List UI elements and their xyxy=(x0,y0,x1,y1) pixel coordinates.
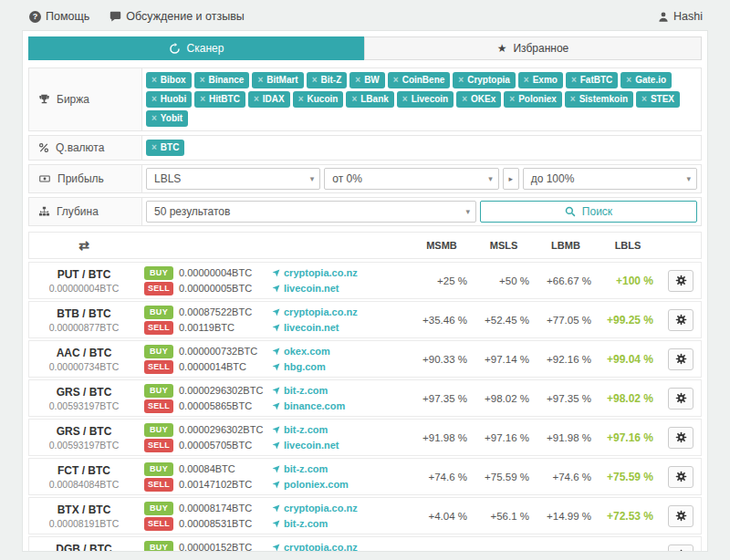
sell-exchange-link[interactable]: livecoin.net xyxy=(272,281,409,296)
exchange-tag[interactable]: ×CoinBene xyxy=(388,72,451,88)
tag-remove-icon[interactable]: × xyxy=(402,94,408,105)
exchange-tag-label: Bit-Z xyxy=(321,75,342,86)
sell-exchange-link[interactable]: binance.com xyxy=(272,399,409,414)
tab-scanner[interactable]: Сканер xyxy=(28,36,364,60)
depth-results-select[interactable]: 50 результатов ▾ xyxy=(146,201,476,223)
buy-price: 0.00087522BTC xyxy=(179,305,272,320)
profit-to-select[interactable]: до 100% ▾ xyxy=(523,168,697,190)
currency-tag[interactable]: ×BTC xyxy=(146,140,184,156)
buy-exchange-link[interactable]: bit-z.com xyxy=(272,461,409,477)
sell-exchange-link[interactable]: livecoin.net xyxy=(272,320,409,336)
tag-remove-icon[interactable]: × xyxy=(641,94,647,105)
exchange-tag-label: OKEx xyxy=(471,94,495,105)
exchange-tag[interactable]: ×LBank xyxy=(346,91,393,108)
buy-exchange-link[interactable]: cryptopia.co.nz xyxy=(272,540,409,553)
exchange-tag[interactable]: ×Cryptopia xyxy=(453,72,516,88)
row-settings-button[interactable] xyxy=(668,309,694,331)
tag-remove-icon[interactable]: × xyxy=(570,94,576,105)
profit-metric-select[interactable]: LBLS ▾ xyxy=(146,168,320,190)
table-row: GRS / BTC 0.00593197BTC BUY SELL 0.00002… xyxy=(28,379,702,417)
search-button[interactable]: Поиск xyxy=(480,201,697,223)
row-settings-button[interactable] xyxy=(668,388,694,410)
range-link-button[interactable]: ▸ xyxy=(503,168,519,190)
tag-remove-icon[interactable]: × xyxy=(151,75,157,86)
tab-favorites[interactable]: ★ Избранное xyxy=(364,36,702,60)
pair-price: 0.00000734BTC xyxy=(29,361,139,372)
sell-price: 0.00008531BTC xyxy=(179,516,272,532)
exchange-tag[interactable]: ×FatBTC xyxy=(566,72,618,88)
row-settings-button[interactable] xyxy=(668,348,694,370)
row-settings-button[interactable] xyxy=(668,427,694,449)
exchange-tag[interactable]: ×Kucoin xyxy=(293,91,344,108)
sell-exchange-name: hbg.com xyxy=(284,359,326,375)
buy-exchange-link[interactable]: okex.com xyxy=(272,344,409,359)
search-button-label: Поиск xyxy=(582,205,612,218)
tag-remove-icon[interactable]: × xyxy=(355,75,360,86)
exchange-tag[interactable]: ×Bit-Z xyxy=(307,72,348,88)
exchange-tag[interactable]: ×STEX xyxy=(636,91,680,108)
exchange-tag[interactable]: ×Binance xyxy=(194,72,250,88)
exchange-tag[interactable]: ×BitMart xyxy=(252,72,303,88)
caret-down-icon: ▾ xyxy=(465,207,470,216)
sell-exchange-link[interactable]: livecoin.net xyxy=(272,438,409,453)
sell-exchange-link[interactable]: bit-z.com xyxy=(272,516,409,532)
tag-remove-icon[interactable]: × xyxy=(151,113,157,124)
sell-price: 0.0000014BTC xyxy=(179,359,272,375)
tag-remove-icon[interactable]: × xyxy=(462,94,467,105)
tag-remove-icon[interactable]: × xyxy=(524,75,529,86)
row-settings-button[interactable] xyxy=(668,505,694,527)
tag-remove-icon[interactable]: × xyxy=(626,75,631,86)
tag-remove-icon[interactable]: × xyxy=(200,75,205,86)
tag-remove-icon[interactable]: × xyxy=(257,75,263,86)
tag-remove-icon[interactable]: × xyxy=(351,94,357,105)
feedback-link[interactable]: Обсуждение и отзывы xyxy=(110,10,245,23)
exchange-label: Биржа xyxy=(29,68,142,130)
row-settings-button[interactable] xyxy=(668,466,694,488)
row-settings-button[interactable] xyxy=(668,544,694,553)
refresh-icon xyxy=(169,43,181,55)
exchange-tag[interactable]: ×OKEx xyxy=(456,91,501,108)
exchange-tag[interactable]: ×IDAX xyxy=(248,91,290,108)
sell-exchange-name: livecoin.net xyxy=(284,281,339,296)
tag-remove-icon[interactable]: × xyxy=(571,75,577,86)
tag-remove-icon[interactable]: × xyxy=(200,94,205,105)
tag-remove-icon[interactable]: × xyxy=(312,75,318,86)
buy-exchange-link[interactable]: bit-z.com xyxy=(272,422,409,438)
user-menu[interactable]: Hashi xyxy=(658,10,703,23)
buy-exchange-link[interactable]: cryptopia.co.nz xyxy=(272,501,409,516)
buy-exchange-name: cryptopia.co.nz xyxy=(284,265,358,281)
tag-remove-icon[interactable]: × xyxy=(298,94,304,105)
msls-value: +75.59 % xyxy=(474,472,537,482)
buy-exchange-name: cryptopia.co.nz xyxy=(284,305,358,320)
buy-exchange-link[interactable]: cryptopia.co.nz xyxy=(272,305,409,320)
exchange-tag[interactable]: ×Poloniex xyxy=(504,91,562,108)
exchange-tag[interactable]: ×Huobi xyxy=(146,91,192,108)
exchange-tag[interactable]: ×Yobit xyxy=(146,110,188,127)
exchange-tag[interactable]: ×Sistemkoin xyxy=(565,91,633,108)
exchange-tag[interactable]: ×Livecoin xyxy=(397,91,454,108)
help-link[interactable]: Помощь xyxy=(29,10,89,23)
row-settings-button[interactable] xyxy=(668,270,694,292)
exchange-tag[interactable]: ×Bibox xyxy=(146,72,192,88)
profit-metric-value: LBLS xyxy=(154,172,181,185)
tag-remove-icon[interactable]: × xyxy=(393,75,399,86)
profit-from-select[interactable]: от 0% ▾ xyxy=(324,168,498,190)
buy-exchange-link[interactable]: bit-z.com xyxy=(272,383,409,399)
gear-icon xyxy=(675,275,687,286)
exchange-tag[interactable]: ×Gate.io xyxy=(620,72,672,88)
pair-price: 0.00593197BTC xyxy=(29,400,139,411)
sell-exchange-link[interactable]: hbg.com xyxy=(272,359,409,375)
exchange-tag[interactable]: ×Exmo xyxy=(518,72,563,88)
tag-remove-icon[interactable]: × xyxy=(509,94,515,105)
tag-remove-icon[interactable]: × xyxy=(254,94,259,105)
tag-remove-icon[interactable]: × xyxy=(151,94,157,105)
buy-exchange-link[interactable]: cryptopia.co.nz xyxy=(272,265,409,281)
search-icon xyxy=(565,206,576,217)
exchange-tag-label: IDAX xyxy=(263,94,285,105)
exchange-tag[interactable]: ×BW xyxy=(349,72,385,88)
tag-remove-icon[interactable]: × xyxy=(151,142,157,153)
tag-remove-icon[interactable]: × xyxy=(458,75,464,86)
exchange-tag[interactable]: ×HitBTC xyxy=(194,91,245,108)
table-row: DGB / BTC 0.00007616BTC BUY SELL 0.00000… xyxy=(28,536,702,552)
sell-exchange-link[interactable]: poloniex.com xyxy=(272,477,409,493)
